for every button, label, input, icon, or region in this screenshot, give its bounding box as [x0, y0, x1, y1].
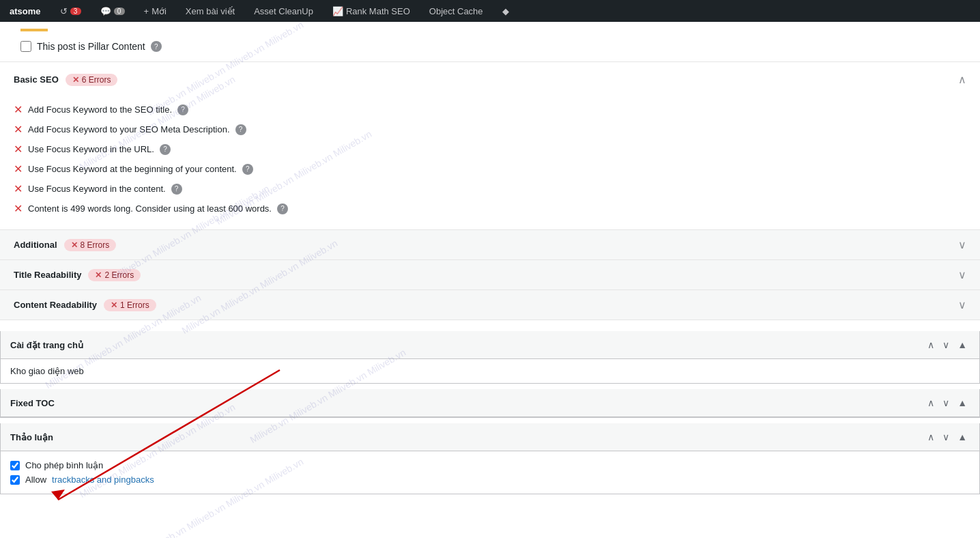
basic-seo-header-left: Basic SEO ✕ 6 Errors	[14, 74, 117, 86]
fixed-toc-up-btn[interactable]: ∧	[925, 396, 937, 410]
content-readability-error-x: ✕	[111, 300, 117, 310]
help-icon-4[interactable]: ?	[242, 164, 253, 175]
content-readability-title: Content Readability	[14, 300, 97, 310]
discussion-widget: Thảo luận ∧ ∨ ▲ Cho phép bình luận Allow…	[0, 423, 980, 494]
site-name[interactable]: atsome	[5, 0, 45, 22]
content-readability-section: Content Readability ✕ 1 Errors ∨	[0, 290, 980, 320]
title-readability-error-badge: ✕ 2 Errors	[88, 269, 141, 281]
additional-header-left: Additional ✕ 8 Errors	[14, 239, 116, 251]
error-icon-4: ✕	[14, 162, 23, 175]
error-icon-5: ✕	[14, 182, 23, 195]
help-icon-2[interactable]: ?	[235, 124, 246, 135]
error-text-6: Content is 499 words long. Consider usin…	[28, 203, 272, 214]
fixed-toc-widget: Fixed TOC ∧ ∨ ▲	[0, 389, 980, 418]
trackbacks-link[interactable]: trackbacks and pingbacks	[52, 475, 154, 485]
error-item-2: ✕ Add Focus Keyword to your SEO Meta Des…	[14, 119, 966, 139]
pillar-help-icon[interactable]: ?	[151, 41, 162, 52]
allow-comments-item: Cho phép bình luận	[10, 458, 970, 472]
title-readability-error-x: ✕	[95, 270, 102, 280]
admin-bar-new[interactable]: + Mới	[140, 0, 171, 22]
basic-seo-chevron: ∧	[958, 73, 966, 86]
additional-error-badge: ✕ 8 Errors	[64, 239, 117, 251]
updates-badge: 3	[70, 8, 81, 15]
comments-icon: 💬	[100, 6, 111, 16]
rank-math-sections: Basic SEO ✕ 6 Errors ∧ ✕ Add Focus Keywo…	[0, 65, 980, 320]
basic-seo-error-badge: ✕ 6 Errors	[66, 74, 118, 86]
title-readability-chevron: ∨	[958, 268, 966, 281]
discussion-up-btn[interactable]: ∧	[925, 430, 937, 444]
help-icon-3[interactable]: ?	[160, 144, 171, 155]
error-text-3: Use Focus Keyword in the URL.	[28, 144, 154, 154]
admin-bar-view-post[interactable]: Xem bài viết	[182, 0, 239, 22]
rank-math-icon: 📈	[332, 6, 343, 16]
help-icon-6[interactable]: ?	[277, 203, 288, 214]
allow-comments-label: Cho phép bình luận	[25, 460, 103, 470]
title-readability-header-left: Title Readability ✕ 2 Errors	[14, 269, 141, 281]
pillar-content-row: This post is Pillar Content ?	[0, 31, 980, 62]
fixed-toc-down-btn[interactable]: ∨	[940, 396, 952, 410]
diamond-icon: ◆	[502, 6, 509, 16]
admin-bar-diamond[interactable]: ◆	[498, 0, 513, 22]
title-readability-section: Title Readability ✕ 2 Errors ∨	[0, 260, 980, 290]
additional-title: Additional	[14, 240, 57, 250]
title-readability-title: Title Readability	[14, 270, 81, 280]
allow-comments-checkbox[interactable]	[10, 461, 20, 470]
error-item-3: ✕ Use Focus Keyword in the URL. ?	[14, 139, 966, 159]
error-text-5: Use Focus Keyword in the content.	[28, 184, 166, 194]
help-icon-1[interactable]: ?	[177, 104, 188, 115]
rank-math-label: Rank Math SEO	[346, 6, 410, 16]
basic-seo-section: Basic SEO ✕ 6 Errors ∧ ✕ Add Focus Keywo…	[0, 65, 980, 230]
content-readability-error-label: 1 Errors	[120, 300, 149, 310]
pillar-checkbox[interactable]	[20, 41, 31, 52]
new-label: Mới	[152, 6, 167, 16]
admin-bar-comments[interactable]: 💬 0	[96, 0, 129, 22]
plus-icon: +	[144, 6, 149, 16]
content-readability-header[interactable]: Content Readability ✕ 1 Errors ∨	[0, 290, 980, 320]
fixed-toc-header[interactable]: Fixed TOC ∧ ∨ ▲	[1, 389, 979, 417]
admin-bar-rank-math[interactable]: 📈 Rank Math SEO	[328, 0, 414, 22]
discussion-close-btn[interactable]: ▲	[955, 430, 970, 444]
discussion-header[interactable]: Thảo luận ∧ ∨ ▲	[1, 423, 979, 451]
homepage-settings-controls: ∧ ∨ ▲	[925, 338, 970, 352]
title-readability-header[interactable]: Title Readability ✕ 2 Errors ∨	[0, 260, 980, 289]
title-readability-error-label: 2 Errors	[104, 270, 134, 280]
homepage-settings-close-btn[interactable]: ▲	[955, 338, 970, 352]
admin-bar-asset-cleanup[interactable]: Asset CleanUp	[250, 0, 317, 22]
homepage-settings-header[interactable]: Cài đặt trang chủ ∧ ∨ ▲	[1, 331, 979, 359]
additional-section: Additional ✕ 8 Errors ∨	[0, 230, 980, 260]
basic-seo-header[interactable]: Basic SEO ✕ 6 Errors ∧	[0, 65, 980, 94]
main-content: Miliveb.vn Miliveb.vn Miliveb.vn Miliveb…	[0, 22, 980, 538]
additional-error-x: ✕	[71, 240, 78, 250]
allow-trackbacks-checkbox[interactable]	[10, 475, 20, 485]
help-icon-5[interactable]: ?	[171, 184, 182, 195]
error-icon-6: ✕	[14, 202, 23, 215]
homepage-settings-title: Cài đặt trang chủ	[10, 340, 83, 350]
error-icon-1: ✕	[14, 103, 23, 116]
error-item-4: ✕ Use Focus Keyword at the beginning of …	[14, 159, 966, 179]
additional-chevron: ∨	[958, 238, 966, 251]
homepage-settings-body: Kho giao diện web	[1, 359, 979, 383]
comments-badge: 0	[114, 8, 125, 15]
additional-header[interactable]: Additional ✕ 8 Errors ∨	[0, 230, 980, 259]
discussion-down-btn[interactable]: ∨	[940, 430, 952, 444]
fixed-toc-close-btn[interactable]: ▲	[955, 396, 970, 410]
pillar-label: This post is Pillar Content	[37, 41, 145, 52]
discussion-title: Thảo luận	[10, 432, 53, 442]
admin-bar-object-cache[interactable]: Object Cache	[425, 0, 487, 22]
allow-trackbacks-label: Allow	[25, 475, 46, 485]
content-readability-error-badge: ✕ 1 Errors	[104, 299, 156, 311]
error-icon-3: ✕	[14, 143, 23, 156]
basic-seo-title: Basic SEO	[14, 74, 59, 85]
discussion-body: Cho phép bình luận Allow trackbacks and …	[1, 451, 979, 494]
error-item-5: ✕ Use Focus Keyword in the content. ?	[14, 179, 966, 199]
admin-bar-updates[interactable]: ↺ 3	[56, 0, 85, 22]
homepage-settings-widget: Cài đặt trang chủ ∧ ∨ ▲ Kho giao diện we…	[0, 331, 980, 384]
homepage-settings-down-btn[interactable]: ∨	[940, 338, 952, 352]
allow-trackbacks-item: Allow trackbacks and pingbacks	[10, 472, 970, 487]
error-text-2: Add Focus Keyword to your SEO Meta Descr…	[28, 124, 230, 134]
error-text-4: Use Focus Keyword at the beginning of yo…	[28, 164, 237, 174]
additional-error-label: 8 Errors	[81, 240, 110, 250]
error-text-1: Add Focus Keyword to the SEO title.	[28, 104, 172, 115]
fixed-toc-title: Fixed TOC	[10, 398, 55, 408]
homepage-settings-up-btn[interactable]: ∧	[925, 338, 937, 352]
